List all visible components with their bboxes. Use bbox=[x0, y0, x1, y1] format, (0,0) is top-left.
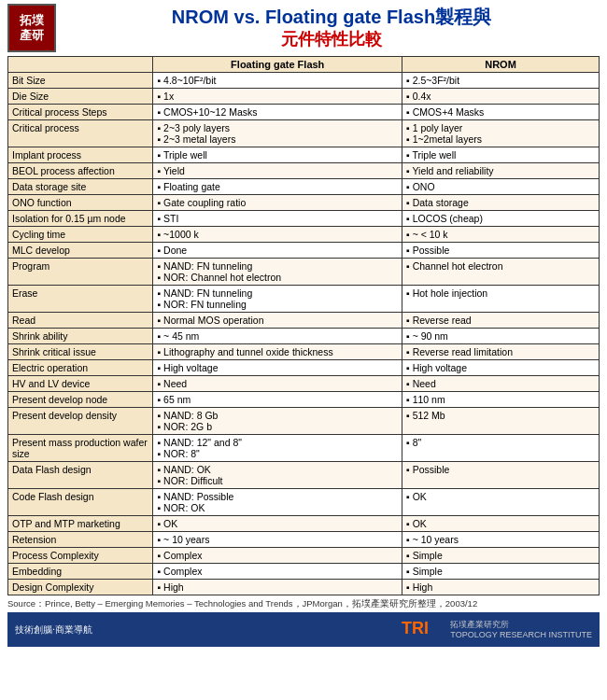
nrom-cell: Data storage bbox=[402, 195, 599, 211]
feature-cell: Present develop node bbox=[8, 392, 153, 408]
list-item: NAND: 12" and 8" bbox=[157, 437, 398, 448]
list-item: 4.8~10F²/bit bbox=[157, 75, 398, 86]
nrom-cell: High bbox=[402, 580, 599, 595]
feature-cell: Die Size bbox=[8, 89, 153, 105]
feature-cell: Data storage site bbox=[8, 179, 153, 195]
flash-cell: ~ 10 years bbox=[153, 532, 402, 548]
list-item: ~1000 k bbox=[157, 229, 398, 240]
list-item: NOR: Channel hot electron bbox=[157, 272, 398, 283]
table-row: ONO functionGate coupling ratioData stor… bbox=[8, 195, 600, 211]
list-item: 8" bbox=[406, 437, 595, 448]
table-row: HV and LV deviceNeedNeed bbox=[8, 376, 600, 392]
list-item: Reverse read bbox=[406, 315, 595, 326]
table-row: Design ComplexityHighHigh bbox=[8, 580, 600, 595]
flash-cell: NAND: PossibleNOR: OK bbox=[153, 489, 402, 516]
flash-cell: Gate coupling ratio bbox=[153, 195, 402, 211]
feature-cell: Code Flash design bbox=[8, 489, 153, 516]
list-item: Lithography and tunnel oxide thickness bbox=[157, 346, 398, 357]
flash-cell: 1x bbox=[153, 89, 402, 105]
table-row: Electric operationHigh voltageHigh volta… bbox=[8, 360, 600, 376]
title-block: NROM vs. Floating gate Flash製程與 元件特性比較 bbox=[64, 5, 600, 50]
list-item: STI bbox=[157, 213, 398, 224]
table-row: Data Flash designNAND: OKNOR: DifficultP… bbox=[8, 462, 600, 489]
footer-left-text: 技術創腦‧商業導航 bbox=[15, 623, 92, 637]
nrom-cell: Triple well bbox=[402, 147, 599, 163]
flash-cell: ~1000 k bbox=[153, 227, 402, 243]
nrom-cell: ~ 90 nm bbox=[402, 329, 599, 344]
feature-cell: Shrink critical issue bbox=[8, 344, 153, 360]
table-row: MLC developDonePossible bbox=[8, 243, 600, 259]
list-item: Possible bbox=[406, 464, 595, 475]
nrom-cell: Possible bbox=[402, 243, 599, 259]
nrom-cell: 1 poly layer1~2metal layers bbox=[402, 120, 599, 147]
feature-cell: Program bbox=[8, 259, 153, 286]
nrom-cell: Simple bbox=[402, 548, 599, 564]
feature-cell: MLC develop bbox=[8, 243, 153, 259]
list-item: Done bbox=[157, 245, 398, 256]
nrom-cell: LOCOS (cheap) bbox=[402, 211, 599, 227]
list-item: CMOS+4 Masks bbox=[406, 106, 595, 118]
list-item: Yield and reliability bbox=[406, 165, 595, 176]
flash-cell: OK bbox=[153, 516, 402, 532]
feature-cell: Shrink ability bbox=[8, 329, 153, 344]
footer-logo-box: TRI bbox=[400, 615, 445, 644]
nrom-cell: Yield and reliability bbox=[402, 163, 599, 179]
footer-company-name: 拓墣產業研究所 TOPOLOGY RESEARCH INSTITUTE bbox=[450, 620, 592, 640]
feature-cell: Critical process Steps bbox=[8, 105, 153, 120]
flash-cell: 4.8~10F²/bit bbox=[153, 73, 402, 89]
feature-cell: Present develop density bbox=[8, 408, 153, 435]
list-item: 1x bbox=[157, 91, 398, 102]
list-item: NOR: Difficult bbox=[157, 475, 398, 486]
table-row: ReadNormal MOS operationReverse read bbox=[8, 313, 600, 329]
table-row: Critical process2~3 poly layers2~3 metal… bbox=[8, 120, 600, 147]
list-item: 1~2metal layers bbox=[406, 133, 595, 145]
flash-cell: NAND: FN tunnelingNOR: Channel hot elect… bbox=[153, 259, 402, 286]
table-row: Present develop densityNAND: 8 GbNOR: 2G… bbox=[8, 408, 600, 435]
list-item: 65 nm bbox=[157, 394, 398, 405]
footer-source: Source：Prince, Betty – Emerging Memories… bbox=[7, 598, 600, 610]
nrom-cell: ~ 10 years bbox=[402, 532, 599, 548]
list-item: NOR: OK bbox=[157, 502, 398, 513]
nrom-cell: Need bbox=[402, 376, 599, 392]
list-item: Channel hot electron bbox=[406, 260, 595, 272]
list-item: LOCOS (cheap) bbox=[406, 213, 595, 224]
nrom-cell: 512 Mb bbox=[402, 408, 599, 435]
list-item: 1 poly layer bbox=[406, 122, 595, 133]
flash-cell: High voltage bbox=[153, 360, 402, 376]
nrom-cell: 110 nm bbox=[402, 392, 599, 408]
list-item: Floating gate bbox=[157, 181, 398, 192]
list-item: OK bbox=[406, 491, 595, 502]
table-row: ProgramNAND: FN tunnelingNOR: Channel ho… bbox=[8, 259, 600, 286]
nrom-cell: Reverse read limitation bbox=[402, 344, 599, 360]
list-item: Hot hole injection bbox=[406, 287, 595, 299]
nrom-cell: OK bbox=[402, 516, 599, 532]
list-item: Complex bbox=[157, 550, 398, 561]
list-item: NAND: FN tunneling bbox=[157, 287, 398, 299]
feature-cell: Design Complexity bbox=[8, 580, 153, 595]
nrom-cell: 0.4x bbox=[402, 89, 599, 105]
nrom-cell: Possible bbox=[402, 462, 599, 489]
list-item: ~ < 10 k bbox=[406, 229, 595, 240]
footer-bar: 技術創腦‧商業導航 TRI 拓墣產業研究所 TOPOLOGY RESEARCH … bbox=[7, 612, 600, 647]
logo-line1: 拓墣 bbox=[20, 13, 44, 28]
table-row: Isolation for 0.15 µm nodeSTILOCOS (chea… bbox=[8, 211, 600, 227]
list-item: ONO bbox=[406, 181, 595, 192]
table-row: EmbeddingComplexSimple bbox=[8, 564, 600, 580]
table-row: Critical process StepsCMOS+10~12 MasksCM… bbox=[8, 105, 600, 120]
table-row: Shrink critical issueLithography and tun… bbox=[8, 344, 600, 360]
nrom-cell: OK bbox=[402, 489, 599, 516]
tri-icon: TRI bbox=[400, 615, 445, 641]
flash-cell: NAND: 8 GbNOR: 2G b bbox=[153, 408, 402, 435]
list-item: 2.5~3F²/bit bbox=[406, 75, 595, 86]
table-row: BEOL process affectionYieldYield and rel… bbox=[8, 163, 600, 179]
list-item: Yield bbox=[157, 165, 398, 176]
feature-cell: HV and LV device bbox=[8, 376, 153, 392]
list-item: ~ 45 nm bbox=[157, 330, 398, 342]
list-item: NAND: 8 Gb bbox=[157, 410, 398, 421]
flash-cell: 2~3 poly layers2~3 metal layers bbox=[153, 120, 402, 147]
nrom-cell: 8" bbox=[402, 435, 599, 462]
flash-cell: Normal MOS operation bbox=[153, 313, 402, 329]
list-item: NAND: Possible bbox=[157, 491, 398, 502]
feature-cell: OTP and MTP marketing bbox=[8, 516, 153, 532]
flash-cell: STI bbox=[153, 211, 402, 227]
